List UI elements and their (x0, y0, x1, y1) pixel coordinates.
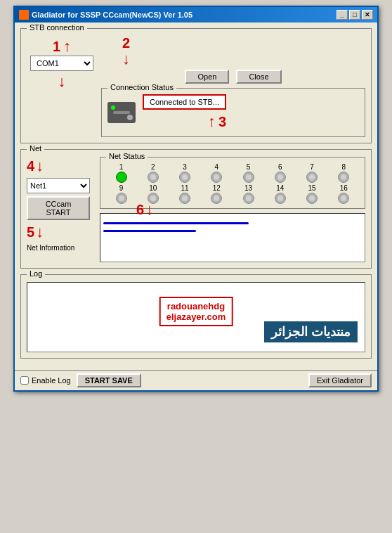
net-info-line-2 (103, 230, 196, 232)
connection-status-box: Connection Status Connected to STB... (101, 88, 365, 137)
net-indicator-5 (243, 172, 254, 183)
net-cell-7: 7 (297, 163, 327, 183)
enable-log-checkbox[interactable] (20, 376, 29, 385)
net-indicator-3 (179, 172, 190, 183)
com-port-select[interactable]: COM1 COM2 COM3 (30, 56, 93, 71)
open-button[interactable]: Open (185, 70, 229, 84)
net-indicator-4 (211, 172, 222, 183)
title-bar-buttons: _ □ ✕ (337, 10, 373, 20)
net-cell-8: 8 (329, 163, 359, 183)
net-cell-3: 3 (170, 163, 200, 183)
title-left: Gladiator for SSSP CCcam(NewCS) Ver 1.05 (19, 10, 192, 20)
bottom-bar: Enable Log START SAVE Exit Gladiator (15, 370, 377, 390)
net-indicator-8 (338, 172, 349, 183)
net-select[interactable]: Net1 Net2 (27, 178, 90, 193)
arrow-up-3: ↑ (208, 113, 216, 131)
annotation-6: 6 (136, 203, 144, 217)
annotation-5: 5 (27, 225, 34, 239)
net-indicator-7 (306, 172, 318, 183)
ccam-start-button[interactable]: CCcam START (27, 196, 90, 220)
net-info-container: 6 ↓ (100, 213, 365, 262)
net-info-line-1 (103, 222, 249, 224)
stb-light (111, 105, 115, 110)
watermark-arabic: منتديات الجزائر (264, 321, 358, 342)
watermark-line1: radouanehdg (166, 301, 226, 312)
exit-button[interactable]: Exit Gladiator (308, 373, 372, 387)
window-content: STB connection 1 ↑ COM1 COM2 COM3 ↓ (15, 23, 377, 370)
log-group-label: Log (27, 269, 45, 278)
log-group: Log منتديات الجزائر radouanehdg eljazaye… (20, 274, 372, 359)
net-info-label: Net Information (27, 244, 74, 252)
net-cell-12: 12 (202, 184, 232, 204)
minimize-button[interactable]: _ (337, 10, 348, 20)
net-cell-13: 13 (233, 184, 263, 204)
net-indicator-11 (179, 193, 190, 204)
connected-text: Connected to STB... (143, 94, 226, 110)
open-close-row: Open Close (101, 70, 365, 84)
net-indicator-14 (275, 193, 286, 204)
net-cell-2: 2 (138, 163, 168, 183)
window-title: Gladiator for SSSP CCcam(NewCS) Ver 1.05 (32, 11, 192, 19)
arrow-down-6: ↓ (145, 200, 153, 219)
annotation-1: 1 (53, 39, 60, 53)
net-indicator-1 (116, 172, 127, 183)
net-cell-11: 11 (170, 184, 200, 204)
net-cell-9: 9 (106, 184, 136, 204)
net-indicator-15 (306, 193, 318, 204)
enable-log-row: Enable Log (20, 376, 71, 385)
log-textarea[interactable]: منتديات الجزائر radouanehdg eljazayer.co… (27, 282, 365, 352)
net-cell-15: 15 (297, 184, 327, 204)
arrow-up-1: ↑ (63, 37, 71, 56)
watermark-radouan: radouanehdg eljazayer.com (159, 297, 233, 326)
conn-status-label: Connection Status (107, 83, 176, 91)
net-indicator-6 (275, 172, 286, 183)
net-indicator-2 (148, 172, 159, 183)
net-indicator-16 (338, 193, 349, 204)
main-window: Gladiator for SSSP CCcam(NewCS) Ver 1.05… (13, 6, 379, 392)
net-cell-14: 14 (265, 184, 295, 204)
stb-device-icon (107, 102, 136, 123)
enable-log-label: Enable Log (32, 376, 71, 385)
net-group-label: Net (27, 144, 44, 153)
net-cell-1: 1 (106, 163, 136, 183)
net-grid: 12345678910111213141516 (106, 163, 359, 204)
close-button[interactable]: ✕ (362, 10, 373, 20)
close-button-stb[interactable]: Close (236, 70, 281, 84)
arrow-down-2: ↓ (122, 50, 130, 68)
net-cell-16: 16 (329, 184, 359, 204)
title-bar: Gladiator for SSSP CCcam(NewCS) Ver 1.05… (15, 7, 377, 23)
watermark-line2: eljazayer.com (166, 312, 226, 322)
annotation-3: 3 (218, 115, 226, 129)
app-icon (19, 10, 29, 20)
net-indicator-12 (211, 193, 222, 204)
net-cell-4: 4 (202, 163, 232, 183)
arrow-down-4: ↓ (36, 157, 44, 175)
start-save-button[interactable]: START SAVE (77, 373, 141, 387)
annotation-4: 4 (27, 159, 34, 173)
net-status-label: Net Status (106, 152, 148, 160)
maximize-button[interactable]: □ (349, 10, 360, 20)
stb-body (113, 111, 130, 114)
stb-group-label: STB connection (27, 23, 87, 32)
net-group: Net 4 ↓ Net1 Net2 CCcam START (20, 149, 372, 269)
stb-connection-group: STB connection 1 ↑ COM1 COM2 COM3 ↓ (20, 28, 372, 143)
conn-status-inner: Connected to STB... ↑ 3 (107, 94, 359, 131)
net-indicator-9 (116, 193, 127, 204)
net-cell-6: 6 (265, 163, 295, 183)
net-indicator-13 (243, 193, 254, 204)
arrow-down-1: ↓ (58, 72, 66, 91)
net-info-textarea[interactable] (100, 213, 365, 262)
annotation-2: 2 (122, 36, 130, 50)
net-cell-5: 5 (233, 163, 263, 183)
arrow-down-5: ↓ (36, 223, 44, 241)
